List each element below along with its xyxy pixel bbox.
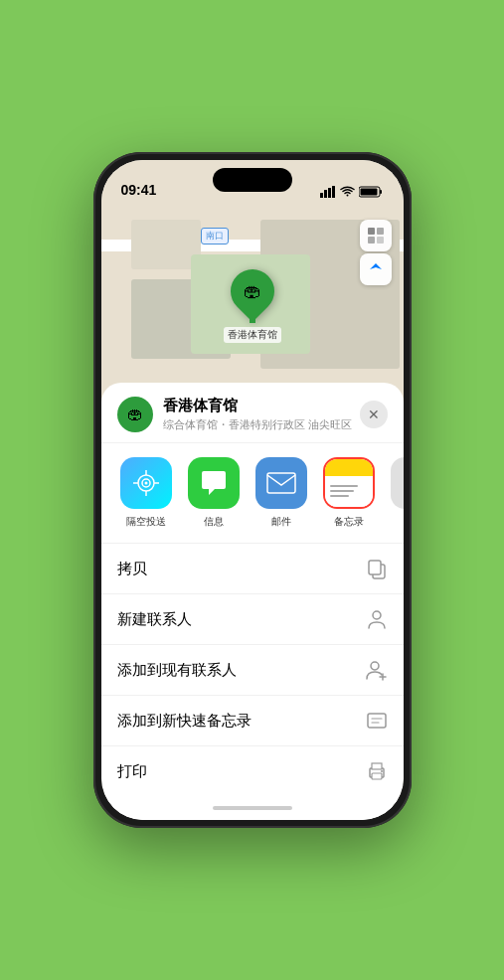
wifi-icon [340, 186, 355, 198]
svg-rect-7 [368, 228, 375, 235]
dynamic-island [213, 168, 292, 192]
map-label: 南口 [201, 228, 229, 245]
airdrop-svg [132, 469, 160, 497]
svg-rect-6 [360, 189, 377, 196]
map-type-button[interactable] [360, 220, 392, 251]
svg-rect-1 [324, 190, 327, 198]
home-bar [213, 806, 292, 810]
airdrop-icon [120, 457, 172, 509]
action-copy-label: 拷贝 [117, 560, 147, 578]
svg-point-13 [144, 482, 147, 485]
sheet-header: 🏟 香港体育馆 综合体育馆・香港特别行政区 油尖旺区 ✕ [101, 383, 404, 443]
svg-point-22 [371, 662, 379, 670]
close-button[interactable]: ✕ [360, 401, 388, 428]
svg-rect-2 [328, 188, 331, 198]
map-type-icon [367, 227, 385, 245]
pin-emoji: 🏟 [244, 281, 261, 302]
action-quick-note[interactable]: 添加到新快速备忘录 [101, 696, 404, 746]
notes-label: 备忘录 [334, 515, 364, 529]
messages-icon [188, 457, 240, 509]
bottom-sheet: 🏟 香港体育馆 综合体育馆・香港特别行政区 油尖旺区 ✕ [101, 383, 404, 820]
map-controls [360, 220, 392, 285]
svg-rect-5 [380, 190, 382, 194]
svg-rect-20 [369, 561, 381, 574]
status-icons [320, 186, 384, 198]
svg-rect-0 [320, 193, 323, 198]
pin-dot [250, 317, 255, 323]
svg-point-31 [381, 770, 383, 772]
svg-point-21 [373, 611, 381, 619]
airdrop-label: 隔空投送 [126, 515, 166, 529]
person-icon [366, 608, 388, 630]
action-new-contact-label: 新建联系人 [117, 610, 192, 629]
home-indicator [101, 796, 404, 820]
location-button[interactable] [360, 253, 392, 285]
notes-icon [323, 457, 375, 509]
svg-rect-30 [372, 773, 382, 779]
action-print-label: 打印 [117, 762, 147, 781]
signal-icon [320, 186, 336, 198]
battery-icon [359, 186, 384, 198]
svg-rect-29 [372, 763, 382, 769]
share-item-more[interactable]: 提 [388, 457, 404, 529]
action-print[interactable]: 打印 [101, 746, 404, 796]
location-pin: 🏟 香港体育馆 [224, 269, 281, 343]
action-add-contact-label: 添加到现有联系人 [117, 661, 237, 680]
phone-frame: 09:41 [93, 152, 412, 828]
venue-desc: 综合体育馆・香港特别行政区 油尖旺区 [163, 417, 360, 432]
share-item-notes[interactable]: 备忘录 [320, 457, 378, 529]
status-time: 09:41 [121, 182, 157, 198]
location-arrow-icon [368, 261, 384, 277]
copy-icon [366, 558, 388, 579]
venue-name: 香港体育馆 [163, 397, 360, 415]
action-copy[interactable]: 拷贝 [101, 544, 404, 594]
pin-label: 香港体育馆 [224, 327, 281, 343]
action-list: 拷贝 新建联系人 添加到现有联系人 [101, 544, 404, 796]
share-item-mail[interactable]: 邮件 [252, 457, 310, 529]
action-add-contact[interactable]: 添加到现有联系人 [101, 645, 404, 696]
svg-rect-3 [332, 186, 335, 198]
person-add-icon [366, 659, 388, 681]
print-icon [366, 760, 388, 782]
quick-note-icon [366, 710, 388, 732]
action-new-contact[interactable]: 新建联系人 [101, 594, 404, 645]
messages-label: 信息 [204, 515, 224, 529]
svg-rect-18 [267, 473, 295, 493]
svg-rect-9 [368, 237, 375, 244]
share-row: 隔空投送 信息 [101, 443, 404, 544]
svg-rect-8 [377, 228, 384, 235]
share-item-airdrop[interactable]: 隔空投送 [117, 457, 175, 529]
svg-rect-25 [368, 714, 386, 728]
messages-svg [199, 469, 229, 497]
phone-screen: 09:41 [101, 160, 404, 820]
mail-svg [266, 472, 296, 494]
svg-rect-10 [377, 237, 384, 244]
mail-label: 邮件 [271, 515, 291, 529]
mail-icon [255, 457, 307, 509]
venue-icon: 🏟 [117, 397, 153, 432]
action-quick-note-label: 添加到新快速备忘录 [117, 712, 252, 731]
more-icon [391, 457, 404, 509]
pin-shape: 🏟 [221, 260, 282, 322]
venue-info: 香港体育馆 综合体育馆・香港特别行政区 油尖旺区 [163, 397, 360, 432]
share-item-messages[interactable]: 信息 [185, 457, 243, 529]
